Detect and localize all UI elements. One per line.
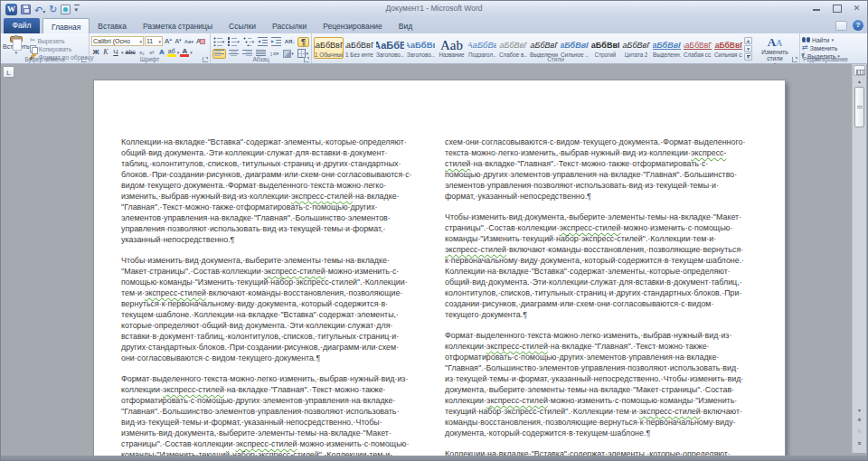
grammar-flagged-text: экспресс-стилей [235, 439, 297, 448]
decrease-indent-button[interactable] [257, 37, 269, 47]
style-preview: АаБбВ [375, 39, 405, 52]
close-button[interactable]: ✕ [851, 4, 863, 13]
ribbon: Вставить ▾ ✂ Вырезать Копировать Формат … [1, 33, 867, 64]
multilevel-list-button[interactable]: ▾ [242, 37, 255, 47]
tab-Вставка[interactable]: Вставка [90, 18, 135, 33]
sort-icon: АЯ↓ [285, 39, 296, 44]
chevron-down-icon[interactable]: ▾ [121, 50, 124, 55]
gallery-scroll-down[interactable]: ▼ [744, 45, 752, 52]
shrink-font-button[interactable]: А [174, 36, 183, 46]
bullets-button[interactable]: ▾ [212, 37, 225, 47]
chevron-down-icon: ▾ [139, 39, 142, 44]
dialog-launcher-icon[interactable] [81, 57, 87, 62]
style-preview: АаБбВвГг [314, 39, 344, 52]
replace-button[interactable]: ⇄ Заменить [802, 44, 849, 52]
next-page-button[interactable]: » [854, 440, 864, 451]
document-pages[interactable]: Коллекции·​на·​вкладке·​"Вставка"·​содер… [94, 80, 785, 457]
scroll-down-arrow[interactable]: ▼ [854, 406, 864, 415]
group-editing: Найти ▾ ⇄ Заменить Выделить ▾ Редактиров… [800, 33, 851, 63]
tab-file[interactable]: Файл [4, 18, 40, 33]
increase-indent-button[interactable] [270, 37, 282, 47]
change-case-button[interactable]: Аа▾ [184, 36, 194, 46]
clear-formatting-button[interactable]: А [195, 36, 205, 46]
paragraph: Чтобы·​изменить·​вид·​документа,·​выбери… [445, 212, 746, 320]
find-button[interactable]: Найти ▾ [802, 36, 849, 43]
minimize-ribbon-icon[interactable] [835, 21, 847, 31]
tab-Вид[interactable]: Вид [391, 18, 420, 33]
show-formatting-marks-button[interactable]: ¶ [297, 37, 309, 47]
dialog-launcher-icon[interactable] [203, 57, 208, 62]
chevron-down-icon[interactable]: ▾ [177, 50, 180, 55]
dialog-launcher-icon[interactable] [304, 57, 309, 62]
grammar-flagged-text: экспресс-стилей [559, 223, 620, 232]
grammar-flagged-text: экспресс-стилей [264, 267, 326, 276]
status-bar-edge [1, 456, 867, 460]
increase-indent-icon [271, 37, 281, 46]
style-preview: Аab [440, 39, 463, 52]
grammar-flagged-text: экспресс-стилей [291, 192, 353, 201]
dialog-launcher-icon[interactable] [792, 57, 797, 62]
tab-row-right: ? [835, 20, 863, 31]
document-canvas: L Коллекции·​на·​вкладке·​"Вставка"·​сод… [1, 64, 867, 457]
page-2-text: схем·​они·​согласовываются·​с·​видом·​те… [445, 136, 746, 457]
font-size-combo[interactable]: 11 ▾ [145, 36, 163, 46]
scissors-icon: ✂ [30, 37, 36, 44]
style-preview: АаБбВвГг [683, 39, 712, 52]
pilcrow-mark: ¶ [646, 428, 650, 437]
sort-button[interactable]: АЯ↓ [284, 37, 296, 47]
style-preview: АаБбВвГг [498, 39, 528, 52]
style-preview: АаБбВвГг [560, 39, 590, 52]
tab-Ссылки[interactable]: Ссылки [221, 18, 264, 33]
group-styles: АаБбВвГг1 ОбычныйАаБбВвГг1 Без инте...Аа… [312, 33, 800, 63]
style-preview: АаБбВвГг [344, 39, 374, 52]
paragraph: Формат·​выделенного·​текста·​можно·​легк… [121, 373, 412, 457]
minimize-button[interactable] [811, 4, 823, 13]
window-controls: ✕ [811, 4, 863, 13]
group-clipboard: Вставить ▾ ✂ Вырезать Копировать Формат … [1, 33, 90, 63]
style-preview: АаБбВв [467, 39, 497, 52]
numbering-icon [228, 37, 237, 46]
scroll-up-arrow[interactable]: ▲ [854, 77, 864, 86]
multilevel-list-icon [243, 37, 252, 46]
style-preview: АаБбВв [406, 39, 436, 52]
style-preview: АаБбВвГг [713, 39, 743, 52]
style-preview: АаБбВвГг [590, 39, 620, 52]
grammar-flagged-text: экспресс-стилей [639, 407, 701, 416]
group-label: Шрифт [90, 56, 210, 62]
paste-button[interactable]: Вставить ▾ [3, 35, 30, 55]
tab-Главная[interactable]: Главная [42, 18, 90, 33]
group-font: Calibri (Осно ▾ 11 ▾ А А Аа▾ А Ж К Ч ▾ a… [90, 33, 211, 63]
style-preview: АаБбВвГг [652, 39, 682, 52]
word-window: W ↶▾ ↻ ▾ Документ1 - Microsoft Word ✕ Фа… [0, 0, 868, 461]
title-bar: W ↶▾ ↻ ▾ Документ1 - Microsoft Word ✕ [1, 1, 867, 17]
ribbon-tab-row: Файл ГлавнаяВставкаРазметка страницыСсыл… [1, 17, 867, 33]
tab-stop-selector[interactable]: L [3, 66, 14, 78]
cut-button[interactable]: ✂ Вырезать [30, 37, 94, 44]
tab-Разметка страницы[interactable]: Разметка страницы [135, 18, 221, 33]
grammar-flagged-text: экспресс-стилей [486, 342, 548, 351]
select-browse-object-button[interactable]: ○ [854, 428, 864, 439]
restore-button[interactable] [831, 4, 843, 13]
clipboard-small-buttons: ✂ Вырезать Копировать Формат по образцу [30, 35, 94, 55]
group-label: Буфер обмена [1, 56, 89, 62]
scrollbar-thumb[interactable] [854, 87, 864, 127]
previous-page-button[interactable]: « [854, 417, 864, 428]
chevron-down-icon: ▾ [831, 37, 834, 42]
change-styles-icon: АА [768, 36, 783, 49]
tab-Рецензирование[interactable]: Рецензирование [315, 18, 391, 33]
grow-font-button[interactable]: А [164, 36, 173, 46]
help-icon[interactable]: ? [853, 20, 863, 31]
ribbon-tabs: ГлавнаяВставкаРазметка страницыСсылкиРас… [42, 18, 420, 33]
change-styles-button[interactable]: АА Изменить стили ▾ [753, 35, 797, 55]
font-name-combo[interactable]: Calibri (Осно ▾ [91, 36, 144, 46]
tab-Рассылки[interactable]: Рассылки [264, 18, 315, 33]
group-label: Стили [312, 56, 799, 62]
ruler-toggle-icon[interactable] [854, 65, 865, 76]
gallery-scroll-up[interactable]: ▲ [744, 37, 752, 44]
grammar-flagged-text: экспресс-стилей [486, 396, 548, 405]
paragraph: схем·​они·​согласовываются·​с·​видом·​те… [445, 136, 746, 202]
copy-button[interactable]: Копировать [30, 45, 94, 52]
numbering-button[interactable]: ▾ [227, 37, 240, 47]
chevron-down-icon[interactable]: ▾ [190, 50, 193, 55]
vertical-scrollbar[interactable]: ▲ ▼ « ○ » [852, 64, 866, 453]
